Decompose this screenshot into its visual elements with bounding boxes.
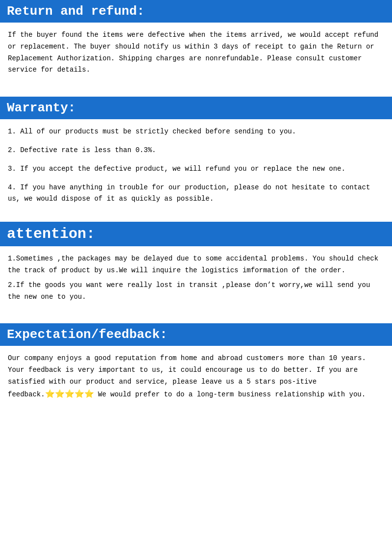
return-refund-text: If the buyer found the items were defect…	[8, 29, 384, 76]
expectation-stars: ⭐⭐⭐⭐⭐	[45, 390, 94, 399]
warranty-item-3: 3. If you accept the defective product, …	[8, 163, 384, 175]
warranty-item-2: 2. Defective rate is less than 0.3%.	[8, 145, 384, 156]
return-refund-content: If the buyer found the items were defect…	[0, 23, 392, 89]
return-refund-header: Return and refund:	[0, 0, 392, 23]
page-wrapper: Return and refund: If the buyer found th…	[0, 0, 392, 414]
warranty-item-1-text: 1. All of our products must be strictly …	[8, 126, 384, 138]
warranty-item-1: 1. All of our products must be strictly …	[8, 126, 384, 138]
expectation-text-after-stars: We would prefer to do a long-term busine…	[94, 390, 366, 398]
expectation-header: Expectation/feedback:	[0, 323, 392, 346]
expectation-content: Our company enjoys a good reputation fro…	[0, 346, 392, 414]
warranty-item-4-text: 4. If you have anything in trouble for o…	[8, 182, 384, 206]
warranty-header: Warranty:	[0, 97, 392, 119]
warranty-item-2-text: 2. Defective rate is less than 0.3%.	[8, 145, 384, 156]
warranty-item-3-text: 3. If you accept the defective product, …	[8, 163, 384, 175]
attention-content: 1.Sometimes ,the packages may be delayed…	[0, 246, 392, 315]
attention-item-2: 2.If the goods you want were really lost…	[8, 280, 384, 303]
attention-item-1: 1.Sometimes ,the packages may be delayed…	[8, 253, 384, 277]
warranty-item-4: 4. If you have anything in trouble for o…	[8, 182, 384, 206]
warranty-content: 1. All of our products must be strictly …	[0, 119, 392, 222]
attention-header: attention:	[0, 222, 392, 246]
expectation-text: Our company enjoys a good reputation fro…	[8, 353, 384, 401]
